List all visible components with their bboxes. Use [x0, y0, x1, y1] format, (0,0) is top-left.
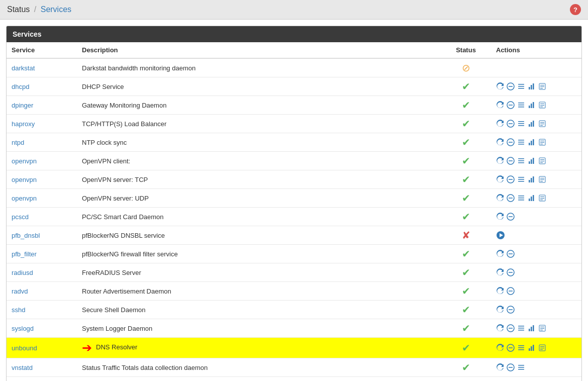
svg-rect-40 [518, 144, 524, 145]
restart-icon[interactable] [496, 363, 504, 371]
log-icon[interactable] [538, 175, 546, 183]
service-link[interactable]: vnstatd [12, 364, 33, 371]
chart-icon[interactable] [528, 138, 536, 146]
service-link[interactable]: pfb_filter [12, 250, 37, 258]
play-icon[interactable] [496, 231, 505, 240]
restart-icon[interactable] [496, 268, 504, 276]
stop-icon[interactable] [507, 194, 515, 202]
service-link[interactable]: radvd [12, 288, 28, 295]
config-icon[interactable] [517, 138, 525, 146]
chart-icon[interactable] [528, 194, 536, 202]
chart-icon[interactable] [528, 324, 536, 332]
svg-rect-52 [518, 162, 524, 163]
svg-rect-112 [518, 349, 524, 350]
config-icon[interactable] [517, 120, 525, 128]
log-icon[interactable] [538, 344, 546, 352]
service-link[interactable]: sshd [12, 306, 25, 314]
svg-rect-45 [540, 141, 544, 141]
stop-icon[interactable] [507, 157, 515, 165]
stop-icon[interactable] [507, 101, 515, 109]
service-link[interactable]: openvpn [12, 157, 37, 165]
stop-icon[interactable] [507, 324, 515, 332]
services-panel: Services Service Description Status Acti… [6, 26, 582, 381]
config-icon[interactable] [517, 101, 525, 109]
config-icon[interactable] [517, 363, 525, 371]
config-icon[interactable] [517, 324, 525, 332]
service-description: pfBlockerNG firewall filter service [77, 245, 441, 263]
stop-icon[interactable] [507, 82, 515, 90]
service-link[interactable]: radiusd [12, 269, 33, 276]
config-icon[interactable] [517, 82, 525, 90]
service-link[interactable]: openvpn [12, 195, 37, 202]
service-status: ✔ [441, 170, 491, 189]
stop-icon[interactable] [507, 306, 515, 314]
log-icon[interactable] [538, 324, 546, 332]
svg-rect-16 [518, 107, 524, 108]
service-link[interactable]: haproxy [12, 120, 35, 128]
restart-icon[interactable] [496, 175, 504, 183]
chart-icon[interactable] [528, 175, 536, 183]
service-link[interactable]: pfb_dnsbl [12, 232, 40, 239]
service-link[interactable]: dhcpd [12, 83, 29, 90]
log-icon[interactable] [538, 120, 546, 128]
config-icon[interactable] [517, 175, 525, 183]
restart-icon[interactable] [496, 324, 504, 332]
chart-icon[interactable] [528, 157, 536, 165]
chart-icon[interactable] [528, 101, 536, 109]
breadcrumb-current[interactable]: Services [41, 5, 71, 14]
config-icon[interactable] [517, 344, 525, 352]
restart-icon[interactable] [496, 101, 504, 109]
stop-icon[interactable] [507, 250, 515, 258]
log-icon[interactable] [538, 138, 546, 146]
stop-icon[interactable] [507, 213, 515, 221]
service-actions [491, 189, 581, 208]
status-green-icon: ✔ [462, 285, 470, 297]
restart-icon[interactable] [496, 287, 504, 295]
svg-rect-70 [540, 179, 544, 180]
restart-icon[interactable] [496, 138, 504, 146]
chart-icon[interactable] [528, 82, 536, 90]
svg-rect-118 [540, 348, 544, 348]
chart-icon[interactable] [528, 120, 536, 128]
restart-icon[interactable] [496, 157, 504, 165]
svg-rect-2 [518, 84, 524, 85]
service-link[interactable]: unbound [12, 344, 37, 352]
service-link[interactable]: dpinger [12, 102, 33, 109]
service-link[interactable]: openvpn [12, 176, 37, 183]
stop-icon[interactable] [507, 138, 515, 146]
restart-icon[interactable] [496, 194, 504, 202]
restart-icon[interactable] [496, 306, 504, 314]
restart-icon[interactable] [496, 250, 504, 258]
stop-icon[interactable] [507, 363, 515, 371]
log-icon[interactable] [538, 194, 546, 202]
log-icon[interactable] [538, 101, 546, 109]
config-icon[interactable] [517, 157, 525, 165]
svg-rect-111 [518, 347, 524, 348]
stop-icon[interactable] [507, 175, 515, 183]
restart-icon[interactable] [496, 213, 504, 221]
service-description: Status Traffic Totals data collection da… [77, 358, 441, 377]
log-icon[interactable] [538, 157, 546, 165]
restart-icon[interactable] [496, 82, 504, 90]
svg-rect-55 [533, 158, 534, 164]
service-link[interactable]: darkstat [12, 64, 35, 72]
service-link[interactable]: pcscd [12, 213, 29, 221]
log-icon[interactable] [538, 82, 546, 90]
svg-rect-59 [540, 162, 543, 163]
stop-icon[interactable] [507, 287, 515, 295]
config-icon[interactable] [517, 194, 525, 202]
status-green-icon: ✔ [462, 304, 470, 315]
help-icon[interactable]: ? [570, 4, 581, 15]
col-header-status: Status [441, 42, 491, 58]
service-link[interactable]: syslogd [12, 325, 34, 332]
svg-rect-22 [540, 105, 544, 106]
status-green-icon: ✔ [462, 174, 470, 185]
service-status: ✔ [441, 133, 491, 152]
restart-icon[interactable] [496, 120, 504, 128]
stop-icon[interactable] [507, 268, 515, 276]
service-link[interactable]: ntpd [12, 139, 24, 146]
stop-icon[interactable] [507, 344, 515, 352]
restart-icon[interactable] [496, 344, 504, 352]
chart-icon[interactable] [528, 344, 536, 352]
stop-icon[interactable] [507, 120, 515, 128]
